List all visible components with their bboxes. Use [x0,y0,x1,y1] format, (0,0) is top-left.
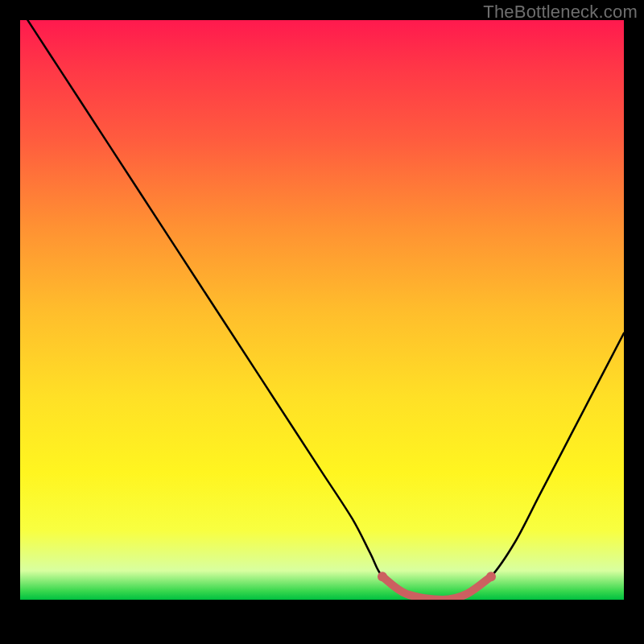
highlight-dot-end [486,572,496,581]
curve-layer [20,20,624,600]
plot-area [20,20,624,624]
main-curve [20,20,624,600]
highlight-dot-start [378,572,387,581]
highlight-segment [382,576,491,600]
chart-frame: TheBottleneck.com [0,0,644,644]
